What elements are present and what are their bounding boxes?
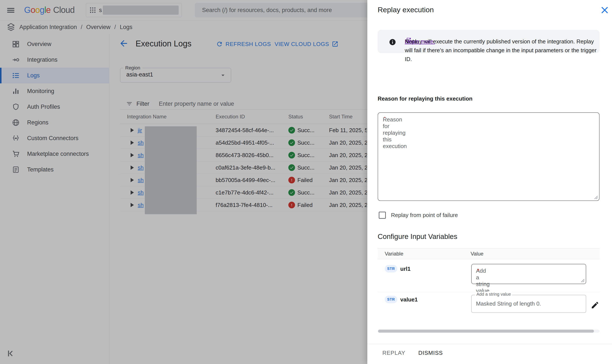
input-variables-table: Variable Value STR url1 Add a string val… <box>378 248 599 329</box>
replay-button[interactable]: REPLAY <box>382 350 405 356</box>
resize-handle[interactable] <box>581 279 585 283</box>
info-icon <box>389 39 396 46</box>
value-field-value1[interactable]: Masked String of length 0. <box>471 295 586 313</box>
input-variables-heading: Configure Input Variables <box>378 233 457 241</box>
masked-value-text: Masked String of length 0. <box>476 300 541 307</box>
variable-name: value1 <box>400 296 418 303</box>
external-link-icon <box>406 37 411 42</box>
replay-from-failure-row: Replay from point of failure <box>378 212 458 219</box>
checkbox-label: Replay from point of failure <box>391 212 458 219</box>
required-asterisk: * <box>477 268 479 274</box>
column-header: Variable <box>385 251 403 257</box>
edit-pencil-icon[interactable] <box>591 301 599 309</box>
variable-row: STR url1 Add a string value* <box>378 259 599 292</box>
string-type-badge: STR <box>385 265 397 273</box>
value-textarea-url1[interactable]: Add a string value* <box>471 264 586 284</box>
value-field-label: Add a string value <box>475 292 512 297</box>
horizontal-scrollbar-track <box>378 330 599 333</box>
reason-section-label: Reason for replaying this execution <box>378 95 473 102</box>
note-callout: Note: Replay will execute the currently … <box>378 30 599 53</box>
horizontal-scrollbar-thumb[interactable] <box>378 330 594 333</box>
reason-textarea[interactable]: Reason for replaying this execution* <box>378 112 599 201</box>
replay-execution-panel: Replay execution Note: Replay will execu… <box>367 0 612 364</box>
close-icon[interactable] <box>600 5 610 15</box>
column-header: Value <box>471 251 484 257</box>
resize-handle[interactable] <box>594 195 598 199</box>
replay-from-failure-checkbox[interactable] <box>379 212 386 219</box>
screen: Google Cloud s Search (/) for resources,… <box>0 0 612 364</box>
variable-row: STR value1 Add a string value Masked Str… <box>378 292 599 329</box>
required-asterisk: * <box>384 116 385 120</box>
variable-name: url1 <box>400 266 411 272</box>
string-type-badge: STR <box>385 296 397 303</box>
modal-scrim <box>0 0 367 364</box>
footer-divider <box>367 344 612 344</box>
variables-table-header: Variable Value <box>378 248 599 259</box>
dismiss-button[interactable]: DISMISS <box>418 350 443 356</box>
panel-title: Replay execution <box>378 6 434 14</box>
